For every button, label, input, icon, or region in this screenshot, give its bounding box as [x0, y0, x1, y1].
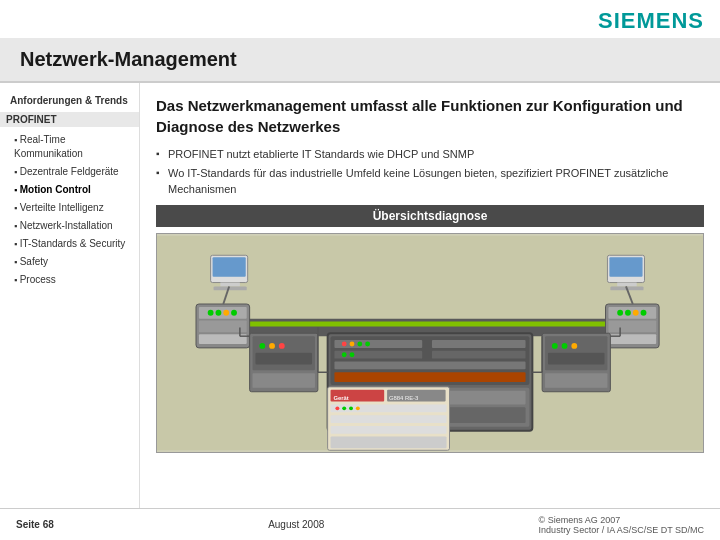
industry-text: Industry Sector / IA AS/SC/SE DT SD/MC: [539, 525, 704, 535]
sidebar-item-safety[interactable]: Safety: [0, 253, 139, 271]
svg-rect-4: [199, 307, 247, 319]
footer-right: © Siemens AG 2007 Industry Sector / IA A…: [539, 515, 704, 535]
svg-rect-20: [213, 257, 246, 277]
bullet-item-2: Wo IT-Standards für das industrielle Umf…: [156, 166, 704, 197]
sidebar-anforderungen-label: Anforderungen & Trends: [0, 91, 139, 110]
svg-rect-66: [331, 405, 447, 413]
svg-point-40: [365, 342, 370, 347]
svg-point-9: [223, 310, 229, 316]
svg-point-42: [350, 352, 355, 357]
svg-rect-60: [548, 353, 605, 365]
svg-point-73: [356, 407, 360, 411]
sidebar-item-dezentrale[interactable]: Dezentrale Feldgeräte: [0, 163, 139, 181]
svg-rect-26: [617, 283, 637, 287]
svg-point-37: [342, 342, 347, 347]
main-content: Anforderungen & Trends PROFINET Real-Tim…: [0, 83, 720, 540]
sidebar-profinet-label: PROFINET: [0, 112, 139, 127]
sidebar: Anforderungen & Trends PROFINET Real-Tim…: [0, 83, 140, 540]
svg-rect-56: [545, 373, 607, 388]
content-area: Das Netzwerkmanagement umfasst alle Funk…: [140, 83, 720, 540]
siemens-logo: SIEMENS: [598, 8, 704, 34]
svg-text:G884 RE-3: G884 RE-3: [389, 395, 418, 401]
svg-rect-25: [609, 257, 642, 277]
diagram-title: Übersichtsdiagnose: [156, 205, 704, 227]
svg-point-7: [208, 310, 214, 316]
bullet-list: PROFINET nutzt etablierte IT Standards w…: [156, 147, 704, 197]
svg-rect-22: [214, 287, 247, 291]
svg-point-57: [552, 343, 558, 349]
page-title: Netzwerk-Management: [20, 48, 700, 71]
svg-rect-68: [331, 426, 447, 434]
content-heading: Das Netzwerkmanagement umfasst alle Funk…: [156, 95, 704, 137]
svg-point-72: [349, 407, 353, 411]
svg-rect-2: [216, 322, 645, 327]
title-bar: Netzwerk-Management: [0, 38, 720, 83]
svg-point-17: [633, 310, 639, 316]
svg-rect-32: [432, 340, 526, 348]
sidebar-item-motion-control[interactable]: Motion Control: [0, 181, 139, 199]
svg-point-39: [357, 342, 362, 347]
copyright-text: © Siemens AG 2007: [539, 515, 704, 525]
svg-rect-34: [432, 351, 526, 359]
svg-rect-35: [334, 362, 525, 370]
network-diagram: Gerät G884 RE-3: [157, 234, 703, 452]
svg-text:Gerät: Gerät: [333, 395, 348, 401]
diagram-container: Gerät G884 RE-3: [156, 233, 704, 453]
sidebar-item-process[interactable]: Process: [0, 271, 139, 289]
svg-point-38: [350, 342, 355, 347]
footer-date: August 2008: [268, 519, 324, 530]
svg-rect-67: [331, 415, 447, 423]
svg-point-16: [625, 310, 631, 316]
svg-point-15: [617, 310, 623, 316]
content-header: Das Netzwerkmanagement umfasst alle Funk…: [156, 95, 704, 137]
bullet-item-1: PROFINET nutzt etablierte IT Standards w…: [156, 147, 704, 162]
svg-rect-12: [608, 307, 656, 319]
svg-point-70: [335, 407, 339, 411]
sidebar-item-real-time[interactable]: Real-Time Kommunikation: [0, 131, 139, 163]
svg-rect-21: [220, 283, 240, 287]
svg-point-58: [562, 343, 568, 349]
svg-point-71: [342, 407, 346, 411]
svg-point-8: [216, 310, 222, 316]
svg-rect-33: [334, 351, 422, 359]
header: SIEMENS: [0, 0, 720, 38]
svg-point-59: [571, 343, 577, 349]
svg-rect-13: [608, 321, 656, 333]
svg-point-18: [641, 310, 647, 316]
svg-rect-53: [255, 353, 312, 365]
svg-point-10: [231, 310, 237, 316]
svg-rect-31: [334, 340, 422, 348]
svg-point-51: [269, 343, 275, 349]
sidebar-section-anforderungen: Anforderungen & Trends: [0, 91, 139, 110]
footer-page: Seite 68: [16, 519, 54, 530]
sidebar-item-verteilte[interactable]: Verteilte Intelligenz: [0, 199, 139, 217]
svg-rect-69: [331, 437, 447, 449]
sidebar-item-it-standards[interactable]: IT-Standards & Security: [0, 235, 139, 253]
svg-point-50: [259, 343, 265, 349]
svg-rect-36: [334, 372, 525, 382]
sidebar-item-netzwerk[interactable]: Netzwerk-Installation: [0, 217, 139, 235]
svg-rect-49: [253, 373, 315, 388]
footer: Seite 68 August 2008 © Siemens AG 2007 I…: [0, 508, 720, 540]
diagram-section: Übersichtsdiagnose: [156, 205, 704, 453]
sidebar-section-profinet: PROFINET: [0, 112, 139, 127]
svg-point-52: [279, 343, 285, 349]
svg-point-41: [342, 352, 347, 357]
